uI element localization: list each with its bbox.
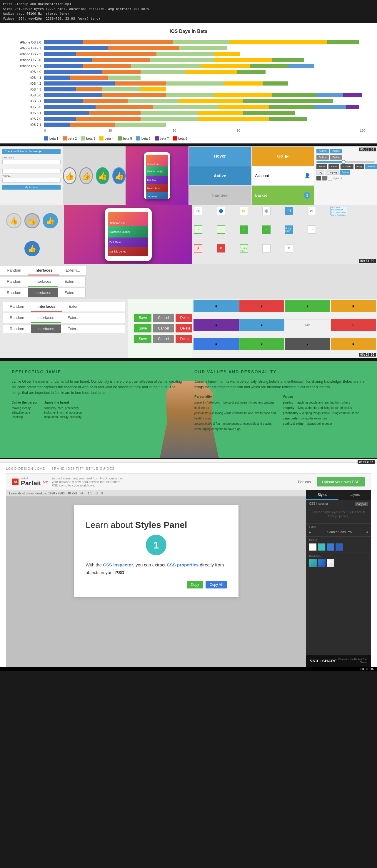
sc-item-7: AZiT	[285, 319, 330, 331]
form-field-typing: Typing...	[2, 175, 61, 183]
save-btn-1[interactable]: Save	[134, 314, 151, 322]
chart-row: iPhone OS 2.2	[12, 52, 365, 56]
widget-btn-1[interactable]: Button	[316, 149, 329, 153]
swatch-teal	[318, 543, 325, 551]
styles-learn-card: Learn about Styles Panel 1 With the CSS …	[74, 505, 238, 597]
collage2-section: Random Interfaces Exter... Random Interf…	[0, 299, 377, 358]
copy-all-btn[interactable]: Copy All	[206, 581, 227, 588]
legend-item-beta3: beta 3	[81, 136, 95, 141]
tab-styles[interactable]: Styles	[306, 490, 339, 500]
jamie-right-heading: OUR VALUES AND PERSONALITY	[194, 370, 365, 374]
tab-random-2[interactable]: Random	[0, 277, 28, 287]
thumb-bw-2[interactable]: 👍	[24, 213, 40, 228]
thumb-blue-4[interactable]: 👍	[24, 241, 40, 256]
collage-row2: 👍 👍 👍 👍 Deborah Kim Catherine Murphy Dic…	[0, 205, 377, 264]
form-header: Check out flutter for Success ▶	[2, 149, 61, 154]
logo-love-section: LOGO DESIGN LOVE — BRAND IDENTITY STYLE …	[0, 463, 377, 667]
timestamp3-bar: 00:03:07	[0, 459, 377, 463]
tab-r-random-3[interactable]: Random	[3, 324, 31, 333]
ui-states-cell: Hover Go ▶ Active Account 👤 Inactive Bas…	[188, 146, 314, 205]
tab-random-1[interactable]: Random	[0, 266, 28, 275]
thumb-gray[interactable]: 👍	[79, 167, 93, 184]
tab-repeat-cell: Random Interfaces Exter... Random Interf…	[0, 299, 128, 358]
tab-r-interfaces-1[interactable]: Interfaces	[31, 302, 62, 312]
cancel-btn-3[interactable]: Cancel	[153, 335, 174, 343]
srp-fonts-section: Fonts ▶ Source Sans Pro 4	[306, 524, 371, 537]
tab-r-interfaces-3[interactable]: Interfaces	[31, 324, 61, 333]
cancel-btn-1[interactable]: Cancel	[153, 314, 174, 322]
tab-extern-3[interactable]: Extern...	[58, 288, 85, 297]
tab-extern-2[interactable]: Extern...	[58, 277, 85, 287]
sc-item-6: 📱	[239, 319, 285, 331]
swatch-blue	[327, 543, 335, 551]
tab-repeat-row2: Random Interfaces Exter...	[3, 313, 125, 323]
tab-row-2: Random Interfaces Extern...	[0, 277, 86, 287]
tab-interfaces-2[interactable]: Interfaces	[28, 277, 58, 287]
tab-r-extern-1[interactable]: Exter...	[62, 302, 87, 312]
thumb-blue[interactable]: 👍	[112, 167, 126, 184]
legend-item-beta2: beta 2	[63, 136, 77, 141]
parfait-body: Learn about Styles Panel.psd 1920 x 4960…	[6, 490, 371, 666]
widget-tag-btn[interactable]: Button	[340, 170, 350, 175]
chart-container: iPhone OS 2.0 iPhone OS 2.1 iPho	[12, 40, 365, 127]
widget-tag-row: Tag Long tag Button	[316, 170, 375, 175]
widget-btn-4[interactable]: Button	[330, 155, 342, 160]
form-buttons: My Account	[2, 185, 61, 190]
sc-item-2: 📱	[239, 300, 285, 312]
widget-slider-row	[316, 161, 375, 163]
thumb-blue-3[interactable]: 👍	[42, 213, 58, 228]
nav-about[interactable]: About	[328, 164, 339, 169]
chart-row: iOS 6.1	[12, 111, 365, 115]
video-info-line1: File: Cleanup and Documentation.mp4	[3, 2, 374, 7]
chart-row: iOS 4.2	[12, 81, 365, 86]
jamie-left-heading: REFLECTING JAMIE	[12, 370, 183, 374]
nav-contact[interactable]: Contact	[341, 164, 353, 169]
cancel-btn-2[interactable]: Cancel	[153, 324, 174, 333]
widget-nav-row: Home About Contact Blog Portfolio	[316, 164, 375, 169]
legend-item-beta5: beta 5	[118, 136, 132, 141]
widget-btn-2[interactable]: Button	[330, 149, 342, 153]
thumb-empty[interactable]: 👍	[63, 167, 77, 184]
phone-mockup: Deborah Kim Catherine Murphy Dick Base D…	[144, 152, 170, 199]
legend-item-beta8: beta 8	[173, 136, 187, 141]
srp-copy-all-btn[interactable]: Copy All	[355, 502, 368, 506]
widget-buttons-row2: Button Button	[316, 155, 375, 160]
tab-r-random-2[interactable]: Random	[3, 313, 31, 323]
tab-random-3[interactable]: Random	[0, 288, 28, 297]
chart-section: iOS Days in Beta iPhone OS 2.0 iPhone OS…	[0, 23, 377, 144]
nav-home[interactable]: Home	[316, 164, 327, 169]
sc-item-9: 📱	[194, 338, 239, 350]
copy-specific-btn[interactable]: Copy	[187, 581, 203, 588]
parfait-upload-btn[interactable]: Upload your own PSD	[317, 477, 365, 487]
btn-trio-3: Save Cancel Delete	[134, 335, 186, 343]
tab-r-random-1[interactable]: Random	[3, 302, 31, 312]
tab-row-3: Random Interfaces Extern...	[0, 288, 86, 297]
srp-color-swatches	[309, 543, 368, 551]
chart-row: iPhone OS 3.0	[12, 58, 365, 62]
nav-portfolio[interactable]: Portfolio	[365, 164, 377, 169]
tab-layers[interactable]: Layers	[339, 490, 371, 500]
tab-r-extern-2[interactable]: Exter...	[61, 313, 86, 323]
save-btn-2[interactable]: Save	[134, 324, 151, 333]
widget-btn-3[interactable]: Button	[316, 155, 329, 160]
parfait-forums-link[interactable]: Forums	[298, 480, 311, 484]
widget-long-tag: Long tag	[325, 170, 339, 175]
tab-r-interfaces-2[interactable]: Interfaces	[31, 313, 61, 323]
thumb-green-selected[interactable]: 👍	[96, 167, 109, 184]
tab-extern-1[interactable]: Extern...	[59, 266, 86, 275]
tab-r-extern-3[interactable]: Exter...	[61, 324, 86, 333]
save-btn-3[interactable]: Save	[134, 335, 151, 343]
icon-check-4: ✓	[262, 225, 270, 234]
state-basket: Basket 3	[252, 185, 314, 205]
form-account-btn[interactable]: My Account	[2, 185, 61, 190]
tab-interfaces-1[interactable]: Interfaces	[28, 266, 59, 275]
nav-blog[interactable]: Blog	[355, 164, 364, 169]
thumb-bw-1[interactable]: 👍	[6, 213, 22, 228]
srp-css-header: CSS Inspector Copy All	[309, 502, 368, 506]
tab-row-1: Random Interfaces Extern...	[0, 266, 87, 276]
chart-row: iOS 4.3	[12, 87, 365, 92]
srp-select-hint: Select a single layer in the PSD to see …	[309, 508, 368, 521]
parfait-tagline: Extract everything you need from PSD com…	[52, 476, 125, 487]
tab-interfaces-3[interactable]: Interfaces	[28, 288, 58, 297]
jamie-left-panel: REFLECTING JAMIE Jamie Oliver the man is…	[0, 361, 188, 458]
